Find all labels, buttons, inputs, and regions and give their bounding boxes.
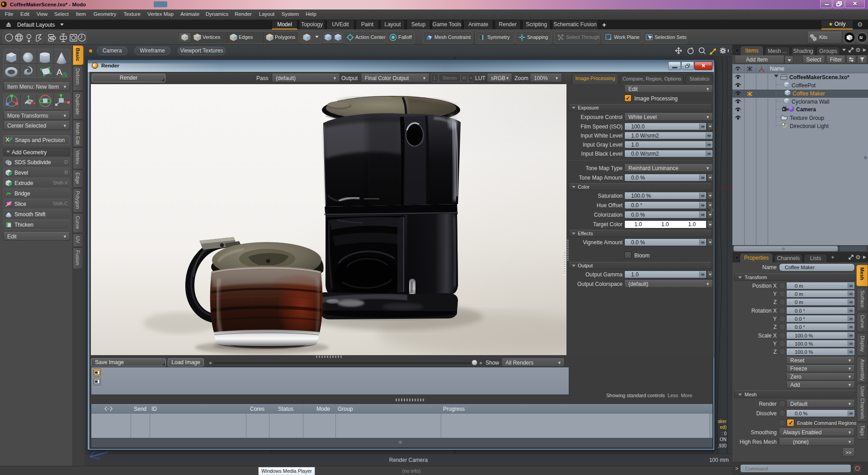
svg-text:&: & [62, 70, 68, 78]
svg-text:z: z [106, 450, 108, 454]
